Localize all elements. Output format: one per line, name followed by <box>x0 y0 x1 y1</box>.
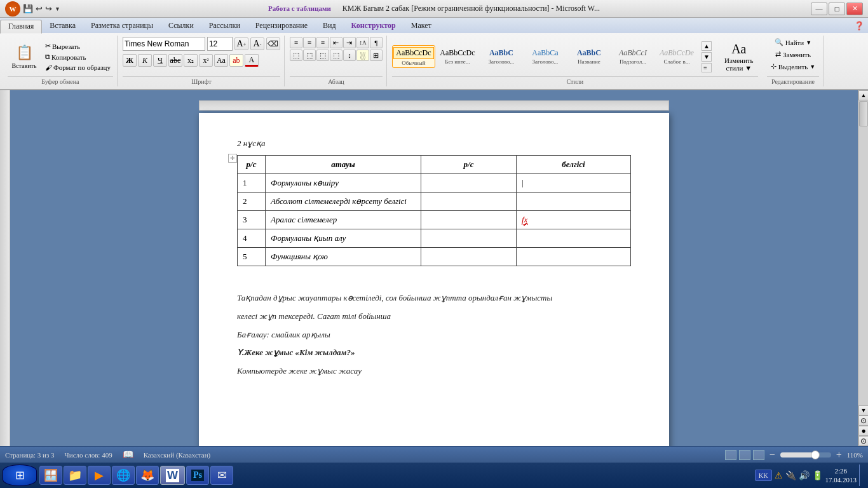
numbering-button[interactable]: ≡ <box>303 37 316 48</box>
language-badge[interactable]: КК <box>755 470 772 481</box>
next-page-button[interactable]: ⊙ <box>858 436 868 446</box>
taskbar-item-firefox[interactable]: 🦊 <box>136 466 159 485</box>
spell-check-icon[interactable]: 📖 <box>123 449 133 460</box>
font-color-button[interactable]: A <box>245 54 259 67</box>
tab-references[interactable]: Ссылки <box>161 20 201 33</box>
taskbar-item-browser[interactable]: 🌐 <box>112 466 135 485</box>
justify-button[interactable]: ⬚ <box>330 50 342 61</box>
table-container: ✛ р/с атауы р/с белгісі 1 Формуланы <box>237 155 631 276</box>
shading-button[interactable]: ░ <box>356 50 369 61</box>
row1-name: Формуланы көшіру <box>266 174 421 193</box>
select-browse-button[interactable]: ● <box>858 426 868 436</box>
multilevel-button[interactable]: ≡ <box>316 37 329 48</box>
system-tray: КК ⚠ 🔌 🔊 🔋 2:26 17.04.2013 <box>755 464 865 486</box>
view-web-button[interactable] <box>739 450 750 460</box>
underline-button[interactable]: Ч <box>153 54 167 67</box>
tab-layout[interactable]: Макет <box>403 20 439 33</box>
tab-insert[interactable]: Вставка <box>42 20 83 33</box>
help-button[interactable]: ❓ <box>850 20 868 33</box>
tab-mailings[interactable]: Рассылки <box>201 20 248 33</box>
close-button[interactable]: ✕ <box>846 3 863 15</box>
taskbar-item-photoshop[interactable]: Ps <box>186 466 209 485</box>
bullets-button[interactable]: ≡ <box>290 37 302 48</box>
show-formatting-button[interactable]: ¶ <box>370 37 383 48</box>
align-left-button[interactable]: ⬚ <box>290 50 302 61</box>
align-right-button[interactable]: ⬚ <box>316 50 329 61</box>
style-title[interactable]: AaBbC Название <box>567 46 611 67</box>
vertical-scrollbar[interactable]: ▲ ▼ ⊙ ● ⊙ <box>858 90 868 446</box>
tab-page-layout[interactable]: Разметка страницы <box>83 20 161 33</box>
font-size-input[interactable] <box>207 37 233 51</box>
prev-page-button[interactable]: ⊙ <box>858 416 868 426</box>
save-qb-btn[interactable]: 💾 <box>23 4 33 14</box>
language-display[interactable]: Казахский (Казахстан) <box>144 451 211 459</box>
variant-text: 2 нұсқа <box>237 139 631 149</box>
zoom-thumb[interactable] <box>811 451 820 459</box>
borders-button[interactable]: ⊞ <box>370 50 383 61</box>
scroll-up-button[interactable]: ▲ <box>858 90 868 100</box>
change-styles-icon: Aa <box>731 42 746 57</box>
taskbar-item-word[interactable]: W <box>160 466 185 485</box>
sort-button[interactable]: ↕A <box>356 37 369 48</box>
tab-view[interactable]: Вид <box>315 20 344 33</box>
paste-button[interactable]: 📋 Вставить <box>8 37 41 76</box>
increase-indent-button[interactable]: ⇥ <box>343 37 356 48</box>
style-normal[interactable]: AaBbCcDc Обычный <box>392 45 435 68</box>
office-button[interactable]: W <box>5 1 20 17</box>
doc-title: КМЖ Багым 2 сабак [Режим ограниченной фу… <box>342 4 600 13</box>
superscript-button[interactable]: x² <box>199 54 213 67</box>
shrink-font-button[interactable]: A- <box>250 37 264 50</box>
italic-button[interactable]: К <box>138 54 152 67</box>
align-center-button[interactable]: ⬚ <box>303 50 316 61</box>
redo-qb-btn[interactable]: ↪ <box>45 4 52 14</box>
tab-constructor[interactable]: Конструктор <box>344 20 403 33</box>
highlight-button[interactable]: ab <box>229 54 243 67</box>
style-heading1[interactable]: AaBbC Заголово... <box>480 46 523 67</box>
taskbar-item-folder[interactable]: 📁 <box>64 466 86 485</box>
zoom-level[interactable]: 110% <box>847 451 863 459</box>
tab-home[interactable]: Главная <box>0 20 42 34</box>
styles-down-button[interactable]: ▼ <box>702 52 712 62</box>
undo-qb-btn[interactable]: ↩ <box>36 4 43 14</box>
view-read-button[interactable] <box>753 450 764 460</box>
zoom-in-button[interactable]: + <box>836 449 842 461</box>
scroll-down-button[interactable]: ▼ <box>858 405 868 416</box>
select-button[interactable]: ⊹ Выделить ▼ <box>767 61 819 72</box>
line-spacing-button[interactable]: ↕ <box>343 50 356 61</box>
styles-all-button[interactable]: ≡ <box>702 63 712 72</box>
style-subtitle[interactable]: AaBbCcI Подзагол... <box>611 46 654 67</box>
table-move-handle[interactable]: ✛ <box>228 154 237 163</box>
style-no-spacing[interactable]: AaBbCcDc Без инте... <box>436 46 479 67</box>
taskbar-item-media[interactable]: ▶ <box>88 466 111 485</box>
scroll-thumb[interactable] <box>859 101 868 126</box>
find-label: Найти <box>785 39 804 46</box>
style-subtle[interactable]: AaBbCcDe Слабое в... <box>655 46 698 67</box>
decrease-indent-button[interactable]: ⇤ <box>330 37 342 48</box>
find-button[interactable]: 🔍 Найти ▼ <box>771 37 815 48</box>
taskbar-item-mail[interactable]: ✉ <box>210 466 233 485</box>
tab-review[interactable]: Рецензирование <box>248 20 315 33</box>
show-desktop-button[interactable] <box>859 464 863 486</box>
tray-sound-icon[interactable]: 🔊 <box>799 470 810 481</box>
change-styles-button[interactable]: Aa Изменить стили ▼ <box>720 42 758 72</box>
minimize-button[interactable]: — <box>811 3 827 15</box>
view-print-button[interactable] <box>725 450 736 460</box>
replace-button[interactable]: ⇄ Заменить <box>771 49 815 60</box>
strikethrough-button[interactable]: abc <box>168 54 182 67</box>
taskbar-item-explorer[interactable]: 🪟 <box>39 466 62 485</box>
cut-button[interactable]: ✂ Вырезать <box>43 41 113 51</box>
copy-button[interactable]: ⧉ Копировать <box>43 52 113 62</box>
style-heading2[interactable]: AaBbCa Заголово... <box>524 46 567 67</box>
clear-format-button[interactable]: ⌫ <box>266 37 280 50</box>
styles-up-button[interactable]: ▲ <box>702 41 712 51</box>
dropdown-qb-btn[interactable]: ▼ <box>55 6 60 12</box>
grow-font-button[interactable]: A+ <box>234 37 248 50</box>
bold-button[interactable]: Ж <box>123 54 137 67</box>
zoom-out-button[interactable]: − <box>770 449 775 461</box>
format-painter-button[interactable]: 🖌 Формат по образцу <box>43 63 113 72</box>
text-effects-button[interactable]: Aa <box>214 54 228 67</box>
font-name-input[interactable] <box>123 37 205 51</box>
maximize-button[interactable]: □ <box>829 3 845 15</box>
subscript-button[interactable]: x₂ <box>184 54 198 67</box>
start-button[interactable]: ⊞ <box>3 464 37 486</box>
